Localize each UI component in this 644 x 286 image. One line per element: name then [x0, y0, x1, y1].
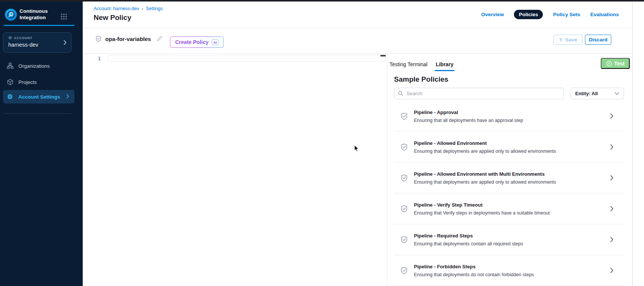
sidebar-item-label: Projects — [18, 79, 37, 85]
sample-policies-list: Pipeline - Approval Ensuring that all de… — [394, 101, 624, 286]
product-name: Continuous Integration — [20, 8, 48, 21]
sample-policy-row[interactable]: Pipeline - Allowed Environment Ensuring … — [394, 132, 624, 163]
gear-icon: ⚙ — [6, 94, 14, 100]
sample-policy-row[interactable]: Pipeline - Verify Step Timeout Ensuring … — [394, 193, 624, 224]
chevron-right-icon — [64, 40, 67, 47]
tab-testing-terminal[interactable]: Testing Terminal — [389, 61, 427, 71]
policy-code-editor[interactable]: 1 — [83, 54, 387, 286]
cube-icon — [6, 79, 14, 85]
chevron-down-icon — [615, 92, 619, 95]
search-input[interactable] — [394, 88, 564, 99]
harness-ci-logo[interactable] — [5, 9, 17, 21]
policy-shield-icon — [400, 236, 408, 244]
search-box — [394, 88, 564, 99]
chevron-right-icon — [67, 94, 69, 100]
sample-policy-row[interactable]: Pipeline - Required Steps Ensuring that … — [394, 224, 624, 255]
page-title: New Policy — [94, 14, 131, 22]
play-circle-icon — [606, 61, 612, 67]
policy-nav-tabs: Overview Policies Policy Sets Evaluation… — [481, 9, 619, 19]
policy-description: Ensuring that deployments contain all re… — [414, 241, 523, 246]
policy-toolbar: opa-for-variables Create Policy AI Save … — [83, 28, 632, 54]
policy-title: Pipeline - Allowed Environment with Mult… — [414, 171, 556, 177]
sample-policy-row[interactable]: Pipeline - Allowed Environment with Mult… — [394, 163, 624, 193]
account-selector[interactable]: ACCOUNT harness-dev — [3, 32, 71, 53]
policy-name: opa-for-variables — [105, 36, 151, 42]
policy-shield-icon — [400, 174, 408, 182]
policy-description: Ensuring that all deployments have an ap… — [414, 118, 523, 123]
breadcrumb: Account: harness-dev › Settings — [94, 6, 163, 11]
ci-logo-glyph — [7, 11, 15, 19]
policy-shield-icon — [400, 205, 408, 213]
test-button[interactable]: Test — [601, 58, 630, 69]
policy-shield-icon — [400, 143, 408, 151]
policy-description: Ensuring that deployments are applied on… — [414, 149, 556, 154]
page-header: Account: harness-dev › Settings New Poli… — [83, 2, 632, 28]
policy-identity: opa-for-variables — [95, 35, 162, 42]
sample-policy-row[interactable]: Pipeline - Forbidden Steps Ensuring that… — [394, 255, 624, 286]
sidebar-item-label: Account Settings — [18, 94, 60, 100]
chevron-right-icon[interactable] — [610, 237, 614, 242]
policy-shield-icon — [400, 266, 408, 275]
breadcrumb-settings-link[interactable]: Settings — [146, 6, 163, 11]
ai-badge: AI — [212, 39, 219, 45]
tab-library[interactable]: Library — [436, 61, 453, 71]
sidebar-item-projects[interactable]: Projects — [0, 75, 83, 89]
policy-description: Ensuring that Verify steps in deployment… — [414, 210, 550, 216]
layers-icon — [8, 36, 12, 40]
policy-shield-icon — [400, 112, 408, 120]
sidebar: Continuous Integration ACCOUNT harness-d… — [0, 2, 83, 286]
sample-policies-heading: Sample Policies — [394, 75, 449, 84]
policy-title: Pipeline - Verify Step Timeout — [414, 202, 550, 208]
account-label: ACCOUNT — [8, 36, 33, 40]
org-chart-icon — [6, 62, 14, 69]
active-tab-underline — [435, 70, 455, 71]
entity-filter-select[interactable]: Entity: All — [570, 88, 624, 99]
policy-description: Ensuring that deployments are applied on… — [414, 180, 556, 185]
sidebar-divider — [4, 113, 71, 114]
editor-minimap-mark — [380, 55, 386, 56]
chevron-right-icon[interactable] — [610, 268, 614, 273]
search-icon — [398, 91, 403, 96]
policy-title: Pipeline - Allowed Environment — [414, 140, 556, 146]
breadcrumb-account-link[interactable]: Account: harness-dev — [94, 6, 139, 11]
tab-overview[interactable]: Overview — [481, 12, 504, 17]
chevron-right-icon[interactable] — [610, 175, 614, 181]
tab-evaluations[interactable]: Evaluations — [590, 12, 619, 17]
module-accent-rule — [4, 25, 74, 26]
policy-title: Pipeline - Forbidden Steps — [414, 264, 534, 269]
breadcrumb-separator: › — [142, 6, 143, 11]
create-policy-button[interactable]: Create Policy AI — [170, 37, 224, 48]
edit-pencil-icon[interactable] — [156, 36, 162, 42]
right-gutter — [632, 2, 644, 286]
policy-description: Ensuring that deployments do not contain… — [414, 272, 534, 277]
save-upload-icon — [559, 38, 563, 42]
sidebar-item-label: Organizations — [18, 63, 50, 69]
panel-tabs: Testing Terminal Library — [389, 61, 453, 71]
save-button[interactable]: Save — [553, 35, 582, 45]
sample-policy-row[interactable]: Pipeline - Approval Ensuring that all de… — [394, 101, 624, 132]
tab-policies[interactable]: Policies — [514, 10, 543, 19]
tab-policy-sets[interactable]: Policy Sets — [553, 12, 580, 17]
toolbar-actions: Save Discard — [553, 35, 611, 45]
account-name: harness-dev — [8, 42, 38, 48]
editor-active-line[interactable] — [108, 55, 385, 62]
chevron-right-icon[interactable] — [610, 113, 614, 119]
module-grid-icon[interactable] — [61, 13, 67, 21]
sidebar-item-account-settings[interactable]: ⚙ Account Settings — [3, 90, 74, 103]
sidebar-item-organizations[interactable]: Organizations — [0, 59, 83, 73]
library-panel: Testing Terminal Library Test Sample Pol… — [387, 54, 632, 286]
policy-title: Pipeline - Approval — [414, 110, 523, 115]
discard-button[interactable]: Discard — [585, 35, 611, 45]
policy-title: Pipeline - Required Steps — [414, 233, 523, 239]
policy-shield-icon — [95, 35, 102, 42]
chevron-right-icon[interactable] — [610, 144, 614, 150]
chevron-right-icon[interactable] — [610, 206, 614, 211]
editor-line-number: 1 — [95, 56, 101, 61]
